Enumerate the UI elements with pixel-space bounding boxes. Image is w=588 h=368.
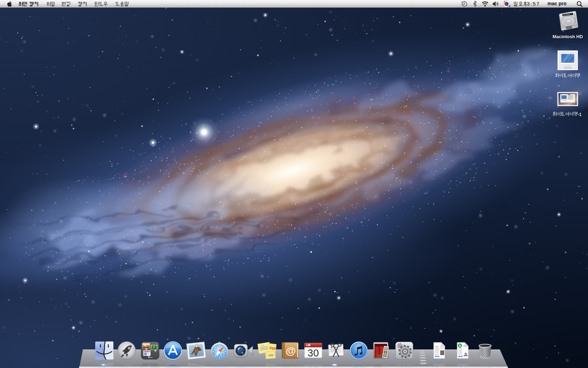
svg-text:@: @ [286,345,296,356]
svg-text:Milk: Milk [268,354,274,357]
svg-text:2: 2 [509,5,511,8]
svg-text:Eggs: Eggs [270,346,277,350]
svg-text:6: 6 [306,344,308,347]
